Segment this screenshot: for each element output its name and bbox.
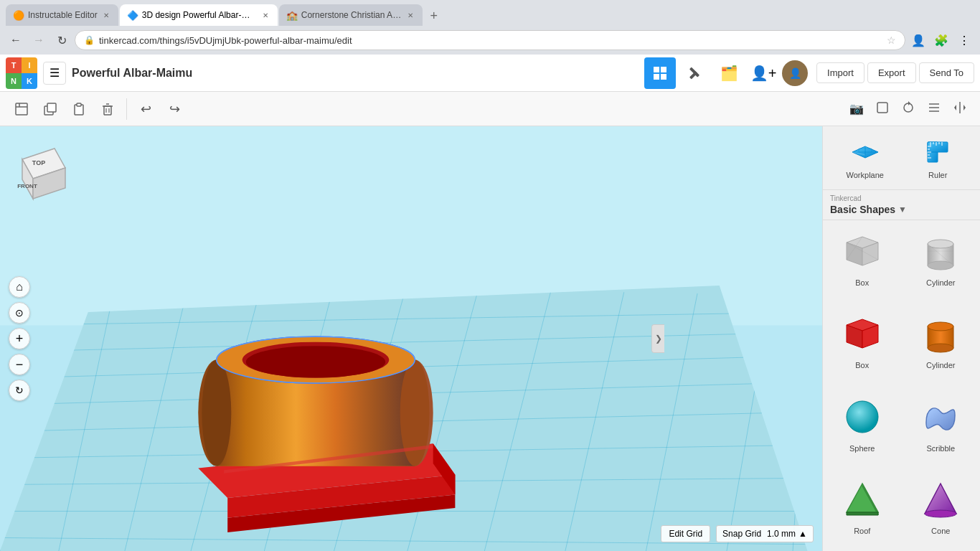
rotate-button[interactable]	[897, 98, 920, 121]
snap-grid-value: 1.0 mm	[767, 529, 796, 539]
shape-outline-button[interactable]	[871, 98, 894, 121]
profile-icon[interactable]: 👤	[908, 30, 928, 50]
shapes-dropdown[interactable]: Basic Shapes ▼	[830, 204, 973, 215]
ruler-tool[interactable]: Ruler	[902, 132, 975, 184]
shape-outline-icon	[875, 100, 890, 115]
copy-button[interactable]	[37, 96, 63, 122]
svg-text:FRONT: FRONT	[17, 183, 37, 189]
workplane-tool[interactable]: Workplane	[829, 132, 902, 184]
mirror-icon	[953, 100, 967, 115]
forward-button[interactable]: →	[29, 30, 49, 50]
svg-marker-114	[925, 484, 956, 514]
tab2-close[interactable]: ✕	[260, 10, 270, 20]
orbit-button[interactable]: ↻	[9, 380, 30, 401]
browser-chrome: 🟠 Instructable Editor ✕ 🔷 3D design Powe…	[0, 0, 980, 55]
reload-button[interactable]: ↻	[52, 30, 72, 50]
menu-icon[interactable]: ⋮	[954, 30, 974, 50]
panel-toggle[interactable]: ❯	[651, 324, 664, 353]
home-view-button[interactable]: ⌂	[9, 276, 30, 298]
toolbar-separator-1	[126, 98, 127, 120]
tab-cornerstone[interactable]: 🏫 Cornerstone Christian Academy ✕	[279, 4, 423, 26]
redo-button[interactable]: ↪	[161, 96, 187, 122]
tools-icon	[687, 65, 702, 81]
svg-point-115	[925, 510, 956, 517]
tools-button[interactable]	[679, 57, 710, 89]
address-box[interactable]: 🔒 tinkercad.com/things/i5vDUjmjUbk-power…	[75, 30, 905, 50]
tab1-title: Instructable Editor	[28, 10, 98, 20]
svg-rect-0	[654, 67, 659, 72]
address-bar-row: ← → ↻ 🔒 tinkercad.com/things/i5vDUjmjUbk…	[0, 26, 980, 55]
copy-icon	[43, 102, 57, 116]
workplane-label: Workplane	[847, 171, 884, 179]
import-button[interactable]: Import	[816, 62, 864, 83]
svg-point-108	[928, 322, 953, 331]
project-title: Powerful Albar-Maimu	[72, 67, 192, 80]
extensions-icon[interactable]: 🧩	[931, 30, 951, 50]
zoom-out-button[interactable]: −	[9, 354, 30, 375]
back-button[interactable]: ←	[6, 30, 26, 50]
svg-point-64	[246, 346, 385, 377]
grid-view-button[interactable]	[644, 57, 676, 89]
shape-item-box-gray[interactable]: Box	[823, 220, 902, 303]
tab3-close[interactable]: ✕	[405, 10, 415, 20]
paste-button[interactable]	[66, 96, 92, 122]
main-area: TOP FRONT ⌂ ⊙ + − ↻ Edit Grid Snap Grid …	[0, 126, 980, 551]
pyramid-green-icon	[839, 476, 885, 522]
cylinder-orange-icon	[918, 311, 963, 357]
viewport[interactable]: TOP FRONT ⌂ ⊙ + − ↻ Edit Grid Snap Grid …	[0, 126, 822, 551]
model-bag-button[interactable]: 🗂️	[713, 57, 745, 89]
tab1-favicon: 🟠	[13, 10, 24, 21]
svg-rect-10	[47, 103, 56, 112]
workplane-ruler-section: Workplane	[823, 126, 980, 190]
shape-item-cone-purple[interactable]: Cone	[902, 468, 981, 551]
shape-item-sphere-teal[interactable]: Sphere	[823, 386, 902, 468]
lock-icon: 🔒	[84, 35, 95, 45]
new-tab-button[interactable]: +	[424, 6, 444, 26]
mirror-button[interactable]	[948, 98, 971, 121]
camera-button[interactable]: 📷	[845, 98, 868, 121]
snap-grid-arrow: ▲	[798, 529, 807, 539]
project-menu-button[interactable]: ☰	[43, 62, 66, 85]
fit-view-button[interactable]: ⊙	[9, 302, 30, 324]
ruler-label: Ruler	[928, 171, 947, 179]
align-button[interactable]	[923, 98, 946, 121]
edit-grid-button[interactable]: Edit Grid	[661, 525, 710, 542]
shapes-grid: Box	[823, 220, 980, 551]
paste-icon	[72, 102, 86, 116]
toolbar-right-icons: 📷	[845, 98, 971, 121]
tab-tinkercad[interactable]: 🔷 3D design Powerful Albar-Maim... ✕	[120, 4, 278, 26]
tab2-title: 3D design Powerful Albar-Maim...	[142, 10, 257, 20]
zoom-in-button[interactable]: +	[9, 328, 30, 349]
undo-button[interactable]: ↩	[133, 96, 159, 122]
tinkercad-logo[interactable]: T I N K	[6, 57, 37, 89]
export-button[interactable]: Export	[867, 62, 916, 83]
delete-button[interactable]	[95, 96, 121, 122]
shape-item-pyramid-green[interactable]: Roof	[823, 468, 902, 551]
shape-item-box-red[interactable]: Box	[823, 303, 902, 385]
new-button[interactable]	[9, 96, 34, 122]
tab-instructable[interactable]: 🟠 Instructable Editor ✕	[6, 4, 118, 26]
svg-rect-18	[877, 103, 887, 113]
view-cube-svg: TOP FRONT	[11, 138, 76, 206]
shape-item-scribble[interactable]: Scribble	[902, 386, 981, 468]
box-gray-label: Box	[855, 278, 869, 287]
cylinder-gray-icon	[918, 228, 963, 274]
tab2-favicon: 🔷	[127, 10, 138, 21]
cone-purple-icon	[918, 476, 963, 522]
shape-item-cylinder-gray[interactable]: Cylinder	[902, 220, 981, 303]
box-red-label: Box	[855, 361, 869, 369]
send-to-button[interactable]: Send To	[919, 62, 974, 83]
tab1-close[interactable]: ✕	[101, 10, 111, 20]
snap-grid-control[interactable]: Snap Grid 1.0 mm ▲	[716, 525, 814, 542]
svg-line-47	[793, 306, 807, 551]
svg-rect-6	[16, 103, 27, 115]
logo-k: K	[22, 73, 37, 89]
bookmark-icon[interactable]: ☆	[887, 34, 896, 46]
shape-item-cylinder-orange[interactable]: Cylinder	[902, 303, 981, 385]
add-user-button[interactable]: 👤+	[748, 57, 779, 89]
roof-label: Roof	[854, 527, 870, 535]
view-cube[interactable]: TOP FRONT	[11, 138, 76, 206]
avatar[interactable]: 👤	[782, 60, 808, 86]
svg-point-110	[847, 401, 878, 433]
svg-rect-2	[654, 74, 659, 80]
